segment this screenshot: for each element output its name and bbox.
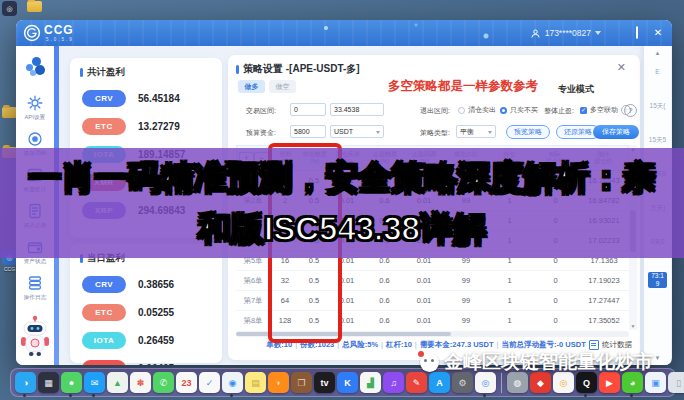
wechat-icon bbox=[420, 353, 439, 372]
dock-icon-chrome[interactable]: ◎ bbox=[475, 372, 496, 393]
edge-list-item[interactable]: E bbox=[644, 68, 671, 76]
help-icon[interactable]: ? bbox=[624, 104, 637, 117]
dock-icon-safari[interactable]: ◉ bbox=[222, 372, 243, 393]
profit-value: 0.05255 bbox=[138, 307, 174, 318]
budget-input[interactable]: 5800 bbox=[290, 125, 326, 138]
table-cell: 17.35052 bbox=[579, 316, 629, 325]
budget-label: 预算资金: bbox=[246, 128, 276, 138]
dock-icon-facetime[interactable]: ✆ bbox=[153, 372, 174, 393]
coin-badge: CRV bbox=[82, 90, 126, 107]
dock-icon-launchpad[interactable]: ▦ bbox=[38, 372, 59, 393]
dock-icon-red-app[interactable]: ◆ bbox=[530, 372, 551, 393]
table-cell: 17.19023 bbox=[579, 276, 629, 285]
dock-icon-qq[interactable]: Q bbox=[576, 372, 597, 393]
table-cell: 99 bbox=[445, 316, 487, 325]
desktop-icon-label: CCG bbox=[2, 266, 17, 272]
coin-badge: CRV bbox=[82, 276, 126, 293]
profit-row: ETC 0.05255 bbox=[70, 304, 222, 321]
radio-sell-only[interactable]: 只卖不买 bbox=[500, 105, 538, 115]
table-cell: 0 bbox=[532, 316, 579, 325]
dock-icon-mail[interactable]: ✉ bbox=[84, 372, 105, 393]
panel-close-icon[interactable]: ✕ bbox=[617, 61, 626, 74]
table-cell: 0.6 bbox=[366, 276, 403, 285]
tab-short[interactable]: 做空 bbox=[269, 80, 296, 93]
maximize-button[interactable] bbox=[631, 28, 643, 38]
dock-icon-podcasts[interactable]: ♫ bbox=[383, 372, 404, 393]
profit-row: ETC 13.27279 bbox=[70, 118, 222, 135]
user-account-chip[interactable]: 173****0827 bbox=[530, 28, 601, 39]
dock-icon-messages[interactable]: ● bbox=[61, 372, 82, 393]
sidebar-item-5[interactable]: 操作日志 bbox=[23, 275, 47, 302]
dock-icon-maps[interactable]: ▲ bbox=[107, 372, 128, 393]
desktop: ◎◎CCG CCG 5.0.5.9 173****0827 ✕ bbox=[0, 0, 684, 400]
sidebar-item-label: 资产状态 bbox=[24, 257, 47, 266]
dock-icon-numbers[interactable]: ▟ bbox=[360, 372, 381, 393]
strategy-panel-title: 策略设置 -[APE-USDT-多] bbox=[236, 62, 360, 76]
dock-icon-kuaishou[interactable]: ▶ bbox=[599, 372, 620, 393]
overall-tp-label: 整体止盈: bbox=[544, 106, 574, 116]
preview-strategy-button[interactable]: 预览策略 bbox=[506, 125, 550, 139]
dock-icon-app-store[interactable]: A bbox=[429, 372, 450, 393]
table-cell: 1 bbox=[487, 296, 532, 305]
table-cell: 1 bbox=[487, 316, 532, 325]
dock-icon-pencil-app[interactable]: ✎ bbox=[406, 372, 427, 393]
dock-icon-quicktime[interactable]: ◍ bbox=[507, 372, 528, 393]
table-cell: 0 bbox=[532, 296, 579, 305]
edge-list-item[interactable]: 15天( bbox=[644, 102, 671, 110]
strategy-type-select[interactable]: 平衡 bbox=[456, 125, 496, 138]
profit-row: IOTA 0.26459 bbox=[70, 332, 222, 349]
table-cell: 第6单 bbox=[236, 276, 270, 286]
dock-icon-apple-tv[interactable]: tv bbox=[314, 372, 335, 393]
profit-value: 13.27279 bbox=[138, 121, 180, 132]
dock-icon-books[interactable]: ❐ bbox=[291, 372, 312, 393]
close-button[interactable]: ✕ bbox=[652, 28, 664, 38]
scroll-up-icon[interactable]: ▲ bbox=[644, 50, 671, 56]
window-titlebar: CCG 5.0.5.9 173****0827 ✕ bbox=[16, 20, 672, 46]
dock-icon-trash[interactable]: ▯ bbox=[668, 372, 684, 393]
stat-item: 总风险:5% bbox=[342, 340, 378, 349]
logs-icon bbox=[27, 275, 43, 291]
dock-icon-keynote[interactable]: K bbox=[337, 372, 358, 393]
trade-range-min-input[interactable]: 0 bbox=[290, 103, 326, 116]
app-version: 5.0.5.9 bbox=[46, 37, 74, 42]
dock-icon-notes[interactable]: ▤ bbox=[245, 372, 266, 393]
pro-mode-label[interactable]: 专业模式 bbox=[558, 83, 594, 96]
trade-range-max-input[interactable]: 33.4538 bbox=[330, 103, 384, 116]
table-cell: 0.01 bbox=[403, 276, 445, 285]
sidebar-item-0[interactable]: API设置 bbox=[23, 95, 47, 122]
dock-icon-wechat[interactable]: ◕ bbox=[622, 372, 643, 393]
edge-list-item[interactable]: 73:19 bbox=[648, 272, 667, 288]
trade-range-label: 交易区间: bbox=[246, 106, 276, 116]
desktop-app-icon[interactable]: ◎ bbox=[2, 1, 17, 17]
dock-icon-calendar[interactable]: 23 bbox=[176, 372, 197, 393]
dock-icon-reminders[interactable]: ✓ bbox=[199, 372, 220, 393]
desktop-folder-icon[interactable] bbox=[2, 107, 17, 119]
profit-value: 0.26459 bbox=[138, 335, 174, 346]
budget-unit-select[interactable]: USDT bbox=[330, 125, 384, 138]
edge-list-item[interactable]: 15天5 bbox=[644, 136, 671, 144]
radio-sell-all[interactable]: 清仓卖出 bbox=[458, 105, 496, 115]
panel-title: 共计盈利 bbox=[70, 58, 222, 79]
tab-long[interactable]: 做多 bbox=[238, 80, 265, 93]
profit-row: CRV 56.45184 bbox=[70, 90, 222, 107]
dock-icon-settings[interactable]: ⚙ bbox=[452, 372, 473, 393]
table-cell: 1 bbox=[487, 276, 532, 285]
table-cell: 0.6 bbox=[366, 296, 403, 305]
desktop-folder-icon[interactable] bbox=[27, 1, 42, 13]
app-name: CCG bbox=[44, 23, 74, 37]
dock-icon-chrome-2[interactable]: ◎ bbox=[553, 372, 574, 393]
dock-icon-photos[interactable]: ✽ bbox=[130, 372, 151, 393]
table-cell: 17.27447 bbox=[579, 296, 629, 305]
dock-icon-firefox[interactable]: ◗ bbox=[268, 372, 289, 393]
table-cell: 99 bbox=[445, 296, 487, 305]
save-strategy-button[interactable]: 保存策略 bbox=[593, 125, 639, 139]
profit-value: 56.45184 bbox=[138, 93, 180, 104]
sidebar-item-label: 操作日志 bbox=[24, 293, 47, 302]
dock-icon-media-folder[interactable]: ▣ bbox=[645, 372, 666, 393]
dock-icon-finder[interactable]: ◑ bbox=[15, 372, 36, 393]
promo-overlay-banner: 一肖一码精准预测，安全策略深度解析：亲和版ISC543.38详解 bbox=[0, 148, 684, 258]
table-cell: 99 bbox=[445, 276, 487, 285]
profit-row: XMR 0.00405 bbox=[70, 360, 222, 365]
profit-value: 0.38656 bbox=[138, 279, 174, 290]
ccg-logo-icon bbox=[23, 24, 41, 42]
